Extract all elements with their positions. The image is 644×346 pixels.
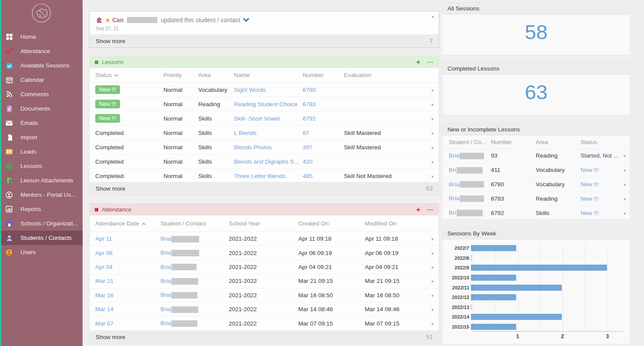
lesson-priority: Normal bbox=[164, 101, 198, 107]
attendance-date-link[interactable]: Apr 04 bbox=[95, 264, 113, 270]
row-caret[interactable] bbox=[431, 145, 434, 150]
chevron-down-icon[interactable] bbox=[243, 17, 249, 24]
lessons-show-more[interactable]: Show more 63 bbox=[90, 182, 439, 195]
row-caret[interactable] bbox=[431, 131, 434, 136]
row-caret[interactable] bbox=[431, 293, 434, 298]
sidebar-item-import[interactable]: Import bbox=[0, 130, 83, 144]
attendance-menu-button[interactable] bbox=[427, 206, 434, 214]
activity-author-link[interactable]: Can bbox=[112, 17, 123, 24]
lesson-number-link[interactable]: 420 bbox=[303, 158, 313, 165]
column-number[interactable]: Number bbox=[303, 72, 344, 78]
column-priority[interactable]: Priority bbox=[164, 72, 198, 78]
attendance-date-link[interactable]: Mar 21 bbox=[95, 278, 113, 284]
lesson-name-link[interactable]: L Blends bbox=[234, 130, 257, 136]
student-link[interactable]: Bria bbox=[449, 195, 459, 202]
row-caret[interactable] bbox=[431, 251, 434, 256]
sidebar-item-reports[interactable]: Reports bbox=[0, 202, 83, 216]
sidebar-item-comments[interactable]: Comments bbox=[0, 87, 83, 101]
student-link[interactable]: Bri bbox=[449, 167, 456, 173]
student-link[interactable]: Bria bbox=[160, 320, 171, 326]
lesson-name-link[interactable]: Three Letter Blends bbox=[234, 173, 286, 179]
row-caret[interactable] bbox=[624, 182, 626, 187]
add-attendance-button[interactable] bbox=[416, 205, 420, 214]
sidebar-item-students-contacts[interactable]: Students / Contacts bbox=[0, 231, 83, 245]
lesson-number-link[interactable]: 87 bbox=[303, 130, 309, 136]
sidebar-item-calendar[interactable]: Calendar bbox=[0, 73, 83, 87]
lesson-status-link[interactable]: New !!! bbox=[581, 210, 599, 216]
attendance-date-link[interactable]: Apr 06 bbox=[95, 250, 113, 256]
sidebar-item-attendance[interactable]: Attendance bbox=[0, 44, 83, 58]
row-caret[interactable] bbox=[431, 88, 434, 93]
attendance-show-more[interactable]: Show more 51 bbox=[90, 330, 439, 343]
sidebar-item-users[interactable]: Users bbox=[0, 245, 83, 259]
lesson-status-link[interactable]: New !!! bbox=[581, 181, 599, 188]
app-logo[interactable] bbox=[0, 0, 83, 25]
lesson-number-link[interactable]: 485 bbox=[303, 173, 313, 179]
column-student[interactable]: Student / Co... bbox=[449, 139, 491, 145]
student-link[interactable]: Bria bbox=[160, 249, 171, 256]
column-evaluation[interactable]: Evaluation bbox=[344, 72, 426, 78]
row-caret[interactable] bbox=[624, 168, 626, 173]
column-number[interactable]: Number bbox=[491, 139, 536, 145]
lesson-number-link[interactable]: 6780 bbox=[303, 87, 316, 93]
row-caret[interactable] bbox=[431, 174, 434, 179]
row-caret[interactable] bbox=[431, 117, 434, 121]
sidebar-item-leads[interactable]: Leads bbox=[0, 144, 83, 159]
student-link[interactable]: Bri bbox=[449, 209, 456, 216]
sidebar-item-lessons[interactable]: Lessons bbox=[0, 159, 83, 173]
column-attendance-date[interactable]: Attendance Date bbox=[95, 220, 160, 227]
sidebar-item-lesson-attachments[interactable]: Lesson Attachments bbox=[0, 173, 83, 188]
lesson-status-link[interactable]: New !!! bbox=[581, 167, 599, 173]
attendance-date-link[interactable]: Mar 16 bbox=[95, 292, 113, 299]
lesson-name-link[interactable]: Reading Student Choice bbox=[234, 101, 297, 107]
sessions-by-week-panel: Sessions By Week 2022/72022/82022/92022/… bbox=[442, 227, 631, 344]
sidebar-item-schools[interactable]: Schools / Organizati... bbox=[0, 216, 83, 231]
activity-show-more[interactable]: Show more 7 bbox=[90, 34, 439, 47]
attendance-date-link[interactable]: Mar 07 bbox=[95, 320, 113, 327]
lesson-number-link[interactable]: 397 bbox=[303, 144, 313, 151]
lesson-name-link[interactable]: Blends and Digraphs S... bbox=[234, 158, 299, 165]
column-area[interactable]: Area bbox=[536, 139, 581, 145]
column-area[interactable]: Area bbox=[198, 72, 234, 78]
lesson-name-link[interactable]: Sight Words bbox=[234, 87, 266, 93]
sidebar-item-mentors[interactable]: Mentors - Portal Us... bbox=[0, 188, 83, 202]
row-caret[interactable] bbox=[431, 237, 434, 242]
row-caret[interactable] bbox=[431, 307, 434, 312]
sidebar-item-available-sessions[interactable]: Available Sessions bbox=[0, 58, 83, 73]
row-caret[interactable] bbox=[624, 211, 626, 216]
sidebar-item-emails[interactable]: Emails bbox=[0, 116, 83, 130]
student-link[interactable]: Bria bbox=[449, 181, 459, 188]
student-link[interactable]: Bria bbox=[160, 278, 171, 284]
row-caret[interactable] bbox=[431, 160, 434, 165]
add-lesson-button[interactable] bbox=[416, 58, 420, 67]
lesson-name-link[interactable]: Blends Photos bbox=[234, 144, 272, 151]
student-link[interactable]: Bria bbox=[160, 292, 171, 298]
lesson-number-link[interactable]: 6783 bbox=[303, 101, 316, 107]
column-status[interactable]: Status bbox=[95, 72, 164, 78]
lesson-number-link[interactable]: 6792 bbox=[303, 115, 316, 122]
row-caret[interactable] bbox=[431, 279, 434, 284]
student-link[interactable]: Bria bbox=[160, 235, 171, 242]
lesson-status-link[interactable]: New !!! bbox=[581, 195, 599, 202]
column-name[interactable]: Name bbox=[234, 72, 303, 78]
student-link[interactable]: Bria bbox=[160, 264, 171, 270]
row-caret[interactable] bbox=[431, 322, 434, 326]
lesson-name-link[interactable]: Skill- Short Vowel bbox=[234, 115, 280, 122]
lessons-menu-button[interactable] bbox=[427, 58, 434, 66]
column-created-on[interactable]: Created On bbox=[298, 220, 365, 227]
column-student-contact[interactable]: Student / Contact bbox=[160, 220, 229, 227]
sidebar-item-documents[interactable]: Documents bbox=[0, 101, 83, 116]
student-link[interactable]: Bria bbox=[449, 152, 459, 159]
row-caret[interactable] bbox=[624, 154, 626, 158]
activity-row-caret[interactable] bbox=[432, 15, 434, 19]
row-caret[interactable] bbox=[431, 102, 434, 107]
row-caret[interactable] bbox=[431, 265, 434, 270]
column-modified-on[interactable]: Modified On bbox=[365, 220, 426, 227]
column-school-year[interactable]: School Year bbox=[229, 220, 298, 227]
sidebar-item-home[interactable]: Home bbox=[0, 30, 83, 44]
column-status[interactable]: Status bbox=[581, 139, 619, 145]
attendance-date-link[interactable]: Mar 14 bbox=[95, 306, 113, 312]
row-caret[interactable] bbox=[624, 197, 626, 202]
attendance-date-link[interactable]: Apr 11 bbox=[95, 235, 112, 242]
student-link[interactable]: Bria bbox=[160, 306, 171, 312]
